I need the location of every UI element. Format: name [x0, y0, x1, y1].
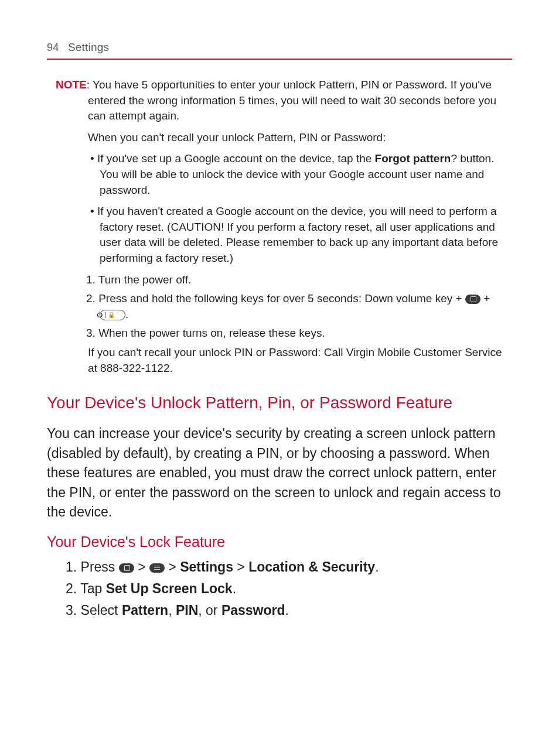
- note-pin-contact: If you can't recall your unlock PIN or P…: [88, 345, 512, 376]
- step1-num: 1.: [86, 273, 98, 286]
- body-unlock-feature: You can increase your device's security …: [47, 424, 512, 522]
- bullet-google-account: If you've set up a Google account on the…: [100, 151, 512, 198]
- s1-gt2: >: [165, 559, 180, 574]
- page-header: 94 Settings: [47, 41, 512, 60]
- step2-end: .: [125, 308, 128, 320]
- s3-end: .: [285, 603, 289, 618]
- s2-pre: Tap: [80, 581, 105, 596]
- s3-num: 3.: [66, 603, 81, 618]
- step3-num: 3.: [86, 327, 98, 339]
- reset-step-2: 2. Press and hold the following keys for…: [100, 291, 512, 322]
- s3-c2: , or: [198, 603, 221, 618]
- step2-pre: Press and hold the following keys for ov…: [98, 292, 465, 305]
- s1-gt3: >: [233, 559, 248, 574]
- s2-bold: Set Up Screen Lock: [106, 581, 233, 596]
- menu-key-icon: [149, 563, 165, 573]
- note-main: NOTE: You have 5 opportunities to enter …: [88, 77, 512, 124]
- note-recall: When you can't recall your unlock Patter…: [88, 130, 512, 146]
- s1-pre: Press: [81, 559, 119, 574]
- reset-step-3: 3. When the power turns on, release thes…: [100, 326, 512, 341]
- step2-num: 2.: [86, 292, 98, 305]
- s3-pre: Select: [81, 603, 122, 618]
- s1-settings: Settings: [180, 559, 233, 574]
- s1-num: 1.: [66, 559, 81, 574]
- home-key-icon: [465, 295, 480, 304]
- s3-password: Password: [221, 603, 285, 618]
- note-label: NOTE: [56, 78, 87, 91]
- bullet1-pre: If you've set up a Google account on the…: [97, 152, 375, 165]
- forgot-pattern-bold: Forgot pattern: [375, 152, 451, 165]
- note-block: NOTE: You have 5 opportunities to enter …: [47, 77, 512, 376]
- s1-location: Location & Security: [248, 559, 375, 574]
- lock-step-1: 1. Press > > Settings > Location & Secur…: [82, 557, 512, 577]
- step2-plus: +: [480, 292, 490, 305]
- heading-lock-feature: Your Device's Lock Feature: [47, 532, 512, 552]
- s1-end: .: [375, 559, 379, 574]
- lock-step-3: 3. Select Pattern, PIN, or Password.: [82, 601, 512, 620]
- bullet-factory-reset: If you haven't created a Google account …: [100, 204, 512, 266]
- s3-pin: PIN: [176, 603, 198, 618]
- note-text: : You have 5 opportunities to enter your…: [87, 78, 496, 122]
- power-lock-key-icon: ⏻ | 🔒: [100, 310, 125, 320]
- lock-step-2: 2. Tap Set Up Screen Lock.: [82, 579, 512, 598]
- s3-c1: ,: [168, 603, 176, 618]
- home-key-icon: [119, 563, 134, 573]
- s3-pattern: Pattern: [122, 603, 168, 618]
- step3-text: When the power turns on, release these k…: [98, 327, 325, 339]
- s2-end: .: [233, 581, 236, 596]
- page-number: 94: [47, 42, 59, 53]
- s2-num: 2.: [66, 581, 80, 596]
- reset-step-1: 1. Turn the power off.: [100, 272, 512, 288]
- heading-unlock-feature: Your Device's Unlock Pattern, Pin, or Pa…: [47, 392, 512, 413]
- step1-text: Turn the power off.: [98, 273, 191, 286]
- s1-gt1: >: [134, 559, 149, 574]
- section-title: Settings: [68, 41, 109, 53]
